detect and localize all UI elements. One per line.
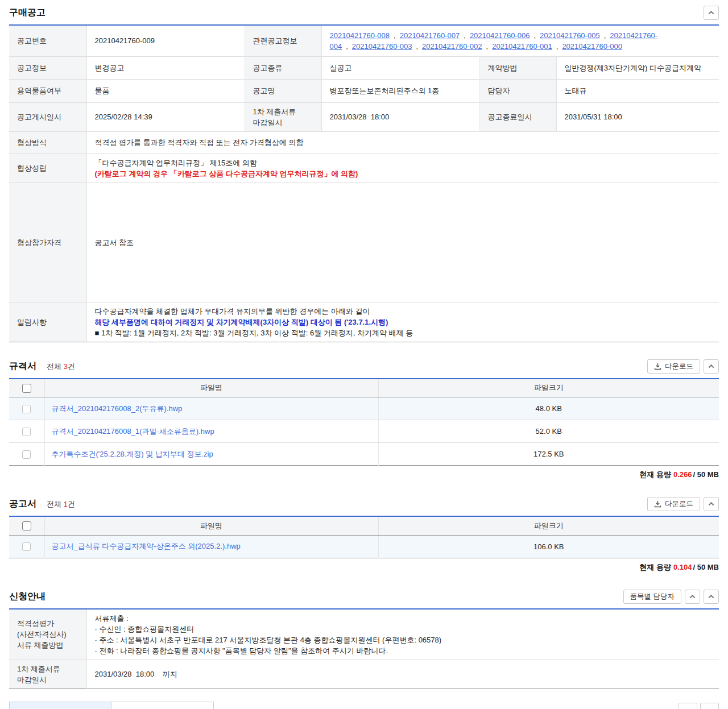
chevron-up-icon (709, 11, 714, 16)
footer-bar: MAS MSC (9, 702, 719, 709)
table-row: 협상참가자격 공고서 참조 (9, 183, 719, 302)
file-link[interactable]: 공고서_급식류 다수공급자계약-상온주스 외(2025.2.).hwp (52, 542, 241, 550)
table-row: 공고정보 변경공고 공고종류 실공고 계약방법 일반경쟁(제3자단가계약) 다수… (9, 56, 719, 79)
table-row: 추가특수조건('25.2.28.개정) 및 납지부대 정보.zip 172.5 … (9, 443, 719, 466)
apply-collapse-button-1[interactable] (685, 590, 700, 604)
prev-page-button[interactable] (679, 703, 697, 709)
table-row: 공고번호 20210421760-009 관련공고정보 20210421760-… (9, 25, 719, 56)
table-row: 용역물품여부 물품 공고명 병포장또는보존처리된주스외 1종 담당자 노태규 (9, 79, 719, 102)
notice-number-value: 20210421760-009 (86, 25, 245, 56)
application-guide-section: 신청안내 품목별 담당자 적격성평가 (사전자격심사) 서류 제출방법 서류제출… (9, 590, 719, 689)
table-header-row: 파일명 파일크기 (9, 379, 719, 397)
notice-files-table: 파일명 파일크기 공고서_급식류 다수공급자계약-상온주스 외(2025.2.)… (9, 516, 719, 558)
file-checkbox[interactable] (22, 450, 31, 459)
file-link[interactable]: 규격서_2021042176008_2(두유류).hwp (52, 404, 183, 413)
capacity-used: 0.104 (673, 563, 692, 571)
table-row: 협상방식 적격성 평가를 통과한 적격자와 직접 또는 전자 가격협상에 의함 (9, 131, 719, 154)
capacity-total: / 50 MB (693, 563, 719, 571)
field-label: 공고번호 (9, 25, 86, 56)
notice-name-value: 병포장또는보존처리된주스외 1종 (321, 79, 479, 102)
field-label: 협상참가자격 (9, 183, 86, 302)
field-label: 1차 제출서류 마감일시 (245, 102, 321, 131)
related-notice-link[interactable]: 20210421760-001 (492, 42, 552, 51)
related-notice-link[interactable]: 20210421760-005 (540, 31, 600, 40)
field-label: 알림사항 (9, 302, 86, 342)
notes-line-1: 다수공급자계약을 체결한 업체가 우대가격 유지의무를 위반한 경우에는 아래와… (95, 306, 712, 317)
field-label: 공고종류 (245, 56, 321, 79)
download-icon (654, 500, 661, 508)
file-size: 172.5 KB (378, 443, 719, 466)
chevron-up-icon (709, 364, 714, 370)
announcement-collapse-button[interactable] (704, 6, 719, 20)
table-header-row: 파일명 파일크기 (9, 516, 719, 535)
related-notice-link[interactable]: 20210421760-000 (562, 42, 622, 51)
capacity-total: / 50 MB (693, 470, 719, 479)
item-manager-button[interactable]: 품목별 담당자 (623, 590, 681, 604)
select-all-checkbox[interactable] (22, 384, 31, 393)
field-label: 적격성평가 (사전자격심사) 서류 제출방법 (9, 609, 86, 660)
apply-section-title: 신청안내 (9, 591, 46, 603)
field-label: 1차 제출서류 마감일시 (9, 660, 86, 689)
field-label: 협상방식 (9, 131, 86, 154)
notice-capacity-indicator: 현재 용량0.104/ 50 MB (9, 562, 719, 573)
related-notice-link[interactable]: 20210421760-007 (400, 31, 460, 40)
spec-files-table: 파일명 파일크기 규격서_2021042176008_2(두유류).hwp 48… (9, 378, 719, 466)
file-size: 106.0 KB (378, 535, 719, 558)
submission-line-2: · 수신인 : 종합쇼핑몰지원센터 (95, 624, 712, 635)
file-checkbox[interactable] (22, 405, 31, 413)
field-label: 공고정보 (9, 56, 86, 79)
file-checkbox[interactable] (22, 542, 31, 551)
spec-download-button[interactable]: 다운로드 (647, 359, 700, 374)
application-guide-table: 적격성평가 (사전자격심사) 서류 제출방법 서류제출 : · 수신인 : 종합… (9, 608, 719, 689)
negotiation-method-value: 적격성 평가를 통과한 적격자와 직접 또는 전자 가격협상에 의함 (86, 131, 719, 154)
submission-line-1: 서류제출 : (95, 613, 712, 624)
notice-type-value: 실공고 (321, 56, 479, 79)
first-docs-deadline-value: 2031/03/28 18:00 (321, 102, 479, 131)
file-checkbox[interactable] (22, 428, 31, 436)
apply-collapse-button-2[interactable] (704, 590, 719, 604)
submission-line-4: · 전화 : 나라장터 종합쇼핑몰 공지사항 "품목별 담당자 알림"을 참조하… (95, 645, 712, 656)
download-icon (654, 363, 661, 370)
column-header-filename: 파일명 (44, 379, 378, 397)
related-notice-link[interactable]: 20210421760-006 (470, 31, 530, 40)
notice-collapse-button[interactable] (704, 497, 719, 511)
field-label: 공고종료일시 (479, 102, 556, 131)
tab-msc[interactable]: MSC (111, 702, 214, 709)
field-label: 담당자 (479, 79, 556, 102)
related-notice-link[interactable]: 20210421760-003 (352, 42, 412, 51)
manager-value: 노태규 (556, 79, 719, 102)
table-row: 협상성립 「다수공급자계약 업무처리규정」 제15조에 의함 (카탈로그 계약의… (9, 154, 719, 183)
notice-section-title: 공고서 (9, 498, 36, 510)
submission-line-3: · 주소 : 서울특별시 서초구 반포대로 217 서울지방조달청 본관 4층 … (95, 635, 712, 645)
select-all-checkbox[interactable] (22, 521, 31, 530)
file-link[interactable]: 규격서_2021042176008_1(과일·채소류음료).hwp (52, 427, 214, 436)
service-goods-value: 물품 (86, 79, 245, 102)
spec-collapse-button[interactable] (704, 359, 719, 374)
spec-total-count: 전체 3건 (47, 362, 75, 372)
capacity-used: 0.266 (673, 470, 692, 479)
notice-files-section: 공고서 전체 1건 다운로드 파일명 파일크기 (9, 497, 719, 573)
field-label: 공고명 (245, 79, 321, 102)
field-label: 관련공고정보 (245, 25, 321, 56)
column-header-filename: 파일명 (44, 516, 378, 535)
table-row: 규격서_2021042176008_1(과일·채소류음료).hwp 52.0 K… (9, 420, 719, 443)
field-label: 용역물품여부 (9, 79, 86, 102)
spec-capacity-indicator: 현재 용량0.266/ 50 MB (9, 470, 719, 480)
spec-section-title: 규격서 (9, 360, 36, 372)
table-row: 공고게시일시 2025/02/28 14:39 1차 제출서류 마감일시 203… (9, 102, 719, 131)
contract-type-tabs: MAS MSC (9, 702, 214, 709)
notice-download-button[interactable]: 다운로드 (647, 497, 700, 511)
file-link[interactable]: 추가특수조건('25.2.28.개정) 및 납지부대 정보.zip (52, 450, 213, 458)
related-notice-link[interactable]: 20210421760-002 (422, 42, 482, 51)
field-label: 계약방법 (479, 56, 556, 79)
next-page-button[interactable] (700, 703, 719, 709)
tab-mas[interactable]: MAS (9, 702, 111, 709)
purchase-announcement-page: 구매공고 공고번호 20210421760-009 관련공고정보 2021042… (0, 6, 728, 709)
table-row: 알림사항 다수공급자계약을 체결한 업체가 우대가격 유지의무를 위반한 경우에… (9, 302, 719, 342)
first-docs-deadline-value: 2031/03/28 18:00 까지 (86, 660, 719, 689)
document-submission-info: 서류제출 : · 수신인 : 종합쇼핑몰지원센터 · 주소 : 서울특별시 서초… (86, 609, 719, 660)
field-label: 공고게시일시 (9, 102, 86, 131)
related-notice-link[interactable]: 20210421760-008 (330, 31, 390, 40)
table-row: 규격서_2021042176008_2(두유류).hwp 48.0 KB (9, 397, 719, 420)
chevron-up-icon (709, 594, 714, 600)
